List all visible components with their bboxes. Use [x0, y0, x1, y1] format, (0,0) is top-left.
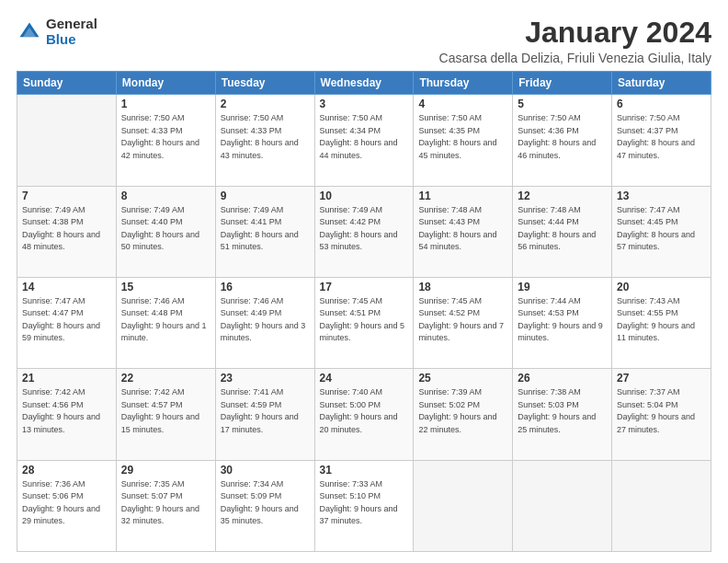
day-number: 22	[121, 372, 210, 385]
logo-text: General Blue	[46, 17, 97, 47]
calendar-cell: 24Sunrise: 7:40 AMSunset: 5:00 PMDayligh…	[314, 369, 414, 460]
day-number: 18	[418, 281, 507, 293]
calendar-cell: 23Sunrise: 7:41 AMSunset: 4:59 PMDayligh…	[215, 369, 314, 460]
day-number: 28	[22, 464, 111, 477]
day-info: Sunrise: 7:44 AMSunset: 4:53 PMDaylight:…	[518, 295, 607, 345]
day-number: 5	[518, 98, 607, 110]
calendar-cell: 6Sunrise: 7:50 AMSunset: 4:37 PMDaylight…	[612, 95, 711, 186]
day-info: Sunrise: 7:50 AMSunset: 4:34 PMDaylight:…	[320, 112, 409, 162]
logo-icon	[17, 19, 42, 45]
day-info: Sunrise: 7:49 AMSunset: 4:40 PMDaylight:…	[121, 204, 210, 254]
day-number: 29	[121, 464, 210, 477]
calendar-cell	[612, 460, 711, 551]
calendar-cell: 5Sunrise: 7:50 AMSunset: 4:36 PMDaylight…	[513, 95, 612, 186]
day-info: Sunrise: 7:50 AMSunset: 4:33 PMDaylight:…	[221, 112, 310, 162]
day-number: 25	[418, 372, 507, 385]
calendar-week-3: 14Sunrise: 7:47 AMSunset: 4:47 PMDayligh…	[17, 277, 711, 368]
calendar-cell: 8Sunrise: 7:49 AMSunset: 4:40 PMDaylight…	[116, 186, 215, 277]
calendar-week-2: 7Sunrise: 7:49 AMSunset: 4:38 PMDaylight…	[17, 186, 711, 277]
day-info: Sunrise: 7:48 AMSunset: 4:44 PMDaylight:…	[518, 204, 607, 254]
column-header-tuesday: Tuesday	[215, 72, 314, 95]
subtitle: Casarsa della Delizia, Friuli Venezia Gi…	[439, 51, 711, 65]
day-number: 7	[22, 190, 111, 202]
day-number: 26	[518, 372, 607, 385]
day-number: 19	[518, 281, 607, 293]
title-block: January 2024 Casarsa della Delizia, Friu…	[439, 17, 711, 65]
calendar-table: SundayMondayTuesdayWednesdayThursdayFrid…	[17, 71, 711, 552]
day-info: Sunrise: 7:42 AMSunset: 4:57 PMDaylight:…	[121, 386, 210, 436]
logo-general: General	[46, 17, 97, 32]
day-number: 1	[121, 98, 210, 110]
day-info: Sunrise: 7:46 AMSunset: 4:48 PMDaylight:…	[121, 295, 210, 345]
calendar-cell: 29Sunrise: 7:35 AMSunset: 5:07 PMDayligh…	[116, 460, 215, 551]
day-number: 9	[221, 190, 310, 202]
day-info: Sunrise: 7:34 AMSunset: 5:09 PMDaylight:…	[221, 478, 310, 528]
day-number: 15	[121, 281, 210, 293]
calendar-header-row: SundayMondayTuesdayWednesdayThursdayFrid…	[17, 72, 711, 95]
day-number: 30	[221, 464, 310, 477]
calendar-cell: 31Sunrise: 7:33 AMSunset: 5:10 PMDayligh…	[314, 460, 414, 551]
column-header-monday: Monday	[116, 72, 215, 95]
column-header-thursday: Thursday	[414, 72, 513, 95]
day-info: Sunrise: 7:49 AMSunset: 4:41 PMDaylight:…	[221, 204, 310, 254]
day-number: 11	[418, 190, 507, 202]
calendar-cell: 12Sunrise: 7:48 AMSunset: 4:44 PMDayligh…	[513, 186, 612, 277]
day-info: Sunrise: 7:36 AMSunset: 5:06 PMDaylight:…	[22, 478, 111, 528]
calendar-cell: 17Sunrise: 7:45 AMSunset: 4:51 PMDayligh…	[314, 277, 414, 368]
calendar-cell: 14Sunrise: 7:47 AMSunset: 4:47 PMDayligh…	[17, 277, 117, 368]
day-info: Sunrise: 7:50 AMSunset: 4:37 PMDaylight:…	[617, 112, 706, 162]
calendar-cell: 22Sunrise: 7:42 AMSunset: 4:57 PMDayligh…	[116, 369, 215, 460]
column-header-sunday: Sunday	[17, 72, 117, 95]
day-number: 20	[617, 281, 706, 293]
calendar-cell: 10Sunrise: 7:49 AMSunset: 4:42 PMDayligh…	[314, 186, 414, 277]
day-number: 17	[320, 281, 409, 293]
day-number: 31	[320, 464, 409, 477]
day-number: 10	[320, 190, 409, 202]
day-number: 16	[221, 281, 310, 293]
day-info: Sunrise: 7:38 AMSunset: 5:03 PMDaylight:…	[518, 386, 607, 436]
day-info: Sunrise: 7:50 AMSunset: 4:33 PMDaylight:…	[121, 112, 210, 162]
day-info: Sunrise: 7:37 AMSunset: 5:04 PMDaylight:…	[617, 386, 706, 436]
day-info: Sunrise: 7:42 AMSunset: 4:56 PMDaylight:…	[22, 386, 111, 436]
day-number: 14	[22, 281, 111, 293]
calendar-cell: 4Sunrise: 7:50 AMSunset: 4:35 PMDaylight…	[414, 95, 513, 186]
calendar-cell: 13Sunrise: 7:47 AMSunset: 4:45 PMDayligh…	[612, 186, 711, 277]
day-number: 21	[22, 372, 111, 385]
day-info: Sunrise: 7:50 AMSunset: 4:36 PMDaylight:…	[518, 112, 607, 162]
day-number: 27	[617, 372, 706, 385]
day-info: Sunrise: 7:49 AMSunset: 4:42 PMDaylight:…	[320, 204, 409, 254]
calendar-week-4: 21Sunrise: 7:42 AMSunset: 4:56 PMDayligh…	[17, 369, 711, 460]
day-info: Sunrise: 7:33 AMSunset: 5:10 PMDaylight:…	[320, 478, 409, 528]
calendar-cell	[414, 460, 513, 551]
logo-blue: Blue	[46, 32, 97, 48]
day-info: Sunrise: 7:47 AMSunset: 4:45 PMDaylight:…	[617, 204, 706, 254]
column-header-wednesday: Wednesday	[314, 72, 414, 95]
page: General Blue January 2024 Casarsa della …	[0, 0, 728, 563]
calendar-cell	[17, 95, 117, 186]
day-info: Sunrise: 7:45 AMSunset: 4:51 PMDaylight:…	[320, 295, 409, 345]
calendar-cell	[513, 460, 612, 551]
day-number: 12	[518, 190, 607, 202]
day-number: 8	[121, 190, 210, 202]
column-header-friday: Friday	[513, 72, 612, 95]
day-info: Sunrise: 7:46 AMSunset: 4:49 PMDaylight:…	[221, 295, 310, 345]
day-info: Sunrise: 7:35 AMSunset: 5:07 PMDaylight:…	[121, 478, 210, 528]
day-number: 24	[320, 372, 409, 385]
day-number: 4	[418, 98, 507, 110]
day-info: Sunrise: 7:49 AMSunset: 4:38 PMDaylight:…	[22, 204, 111, 254]
day-number: 3	[320, 98, 409, 110]
day-number: 6	[617, 98, 706, 110]
calendar-cell: 27Sunrise: 7:37 AMSunset: 5:04 PMDayligh…	[612, 369, 711, 460]
day-info: Sunrise: 7:47 AMSunset: 4:47 PMDaylight:…	[22, 295, 111, 345]
calendar-cell: 9Sunrise: 7:49 AMSunset: 4:41 PMDaylight…	[215, 186, 314, 277]
day-info: Sunrise: 7:50 AMSunset: 4:35 PMDaylight:…	[418, 112, 507, 162]
calendar-cell: 11Sunrise: 7:48 AMSunset: 4:43 PMDayligh…	[414, 186, 513, 277]
main-title: January 2024	[439, 17, 711, 49]
day-info: Sunrise: 7:39 AMSunset: 5:02 PMDaylight:…	[418, 386, 507, 436]
calendar-cell: 1Sunrise: 7:50 AMSunset: 4:33 PMDaylight…	[116, 95, 215, 186]
calendar-cell: 7Sunrise: 7:49 AMSunset: 4:38 PMDaylight…	[17, 186, 117, 277]
calendar-cell: 15Sunrise: 7:46 AMSunset: 4:48 PMDayligh…	[116, 277, 215, 368]
calendar-cell: 30Sunrise: 7:34 AMSunset: 5:09 PMDayligh…	[215, 460, 314, 551]
calendar-cell: 3Sunrise: 7:50 AMSunset: 4:34 PMDaylight…	[314, 95, 414, 186]
day-info: Sunrise: 7:48 AMSunset: 4:43 PMDaylight:…	[418, 204, 507, 254]
